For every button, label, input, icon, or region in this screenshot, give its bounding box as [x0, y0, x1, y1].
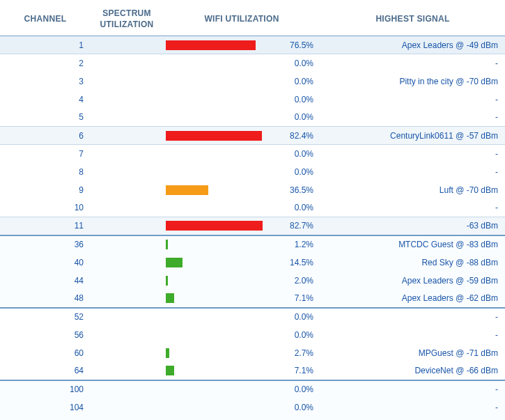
wifi-utilization-cell: 0.0% — [163, 145, 320, 163]
wifi-utilization-bar — [166, 40, 283, 50]
wifi-utilization-value: 0.0% — [295, 59, 313, 68]
table-row[interactable]: 682.4%CenturyLink0611 @ -57 dBm — [0, 127, 505, 145]
spectrum-utilization-cell — [91, 344, 163, 362]
wifi-utilization-value: 0.0% — [295, 330, 313, 340]
channel-number: 4 — [0, 91, 91, 109]
wifi-utilization-bar — [166, 258, 283, 267]
wifi-utilization-value: 0.0% — [295, 149, 313, 159]
table-row[interactable]: 1182.7%-63 dBm — [0, 217, 505, 235]
table-row[interactable]: 1040.0%- — [0, 398, 505, 417]
wifi-utilization-value: 2.7% — [295, 348, 313, 358]
header-channel[interactable]: CHANNEL — [0, 3, 91, 36]
channel-number: 104 — [0, 398, 91, 417]
channel-number: 7 — [0, 145, 91, 163]
channel-number: 60 — [0, 344, 91, 362]
spectrum-utilization-cell — [91, 72, 163, 91]
spectrum-utilization-cell — [91, 290, 163, 308]
highest-signal-value: -63 dBm — [320, 217, 505, 235]
table-row[interactable]: 30.0%Pitty in the city @ -70 dBm — [0, 72, 505, 91]
wifi-utilization-value: 82.7% — [290, 221, 313, 231]
channel-number: 11 — [0, 217, 91, 235]
channel-number: 9 — [0, 181, 91, 199]
wifi-utilization-bar — [166, 131, 283, 141]
channel-number: 8 — [0, 163, 91, 181]
spectrum-utilization-cell — [91, 145, 163, 163]
channel-number: 36 — [0, 235, 91, 254]
table-row[interactable]: 1000.0%- — [0, 380, 505, 398]
wifi-utilization-cell: 0.0% — [163, 326, 320, 344]
table-row[interactable]: 487.1%Apex Leaders @ -62 dBm — [0, 290, 505, 308]
spectrum-utilization-cell — [91, 36, 163, 54]
wifi-utilization-bar — [166, 95, 283, 104]
table-row[interactable]: 602.7%MPGuest @ -71 dBm — [0, 344, 505, 362]
wifi-utilization-cell: 0.0% — [163, 380, 320, 398]
highest-signal-value: Pitty in the city @ -70 dBm — [320, 72, 505, 91]
wifi-utilization-bar — [166, 77, 283, 86]
table-row[interactable]: 4014.5%Red Sky @ -88 dBm — [0, 254, 505, 272]
wifi-utilization-cell: 0.8% — [163, 417, 320, 420]
header-highest-signal[interactable]: HIGHEST SIGNAL — [320, 3, 505, 36]
wifi-utilization-bar — [166, 348, 283, 358]
wifi-utilization-cell: 1.2% — [163, 235, 320, 254]
header-spectrum-utilization[interactable]: SPECTRUM UTILIZATION — [91, 3, 163, 36]
channel-number: 52 — [0, 308, 91, 326]
table-row[interactable]: 936.5%Luft @ -70 dBm — [0, 181, 505, 199]
spectrum-utilization-cell — [91, 91, 163, 109]
table-row[interactable]: 20.0%- — [0, 54, 505, 72]
table-row[interactable]: 50.0%- — [0, 109, 505, 127]
wifi-utilization-cell: 0.0% — [163, 109, 320, 127]
wifi-utilization-bar — [166, 59, 283, 68]
table-row[interactable]: 1080.8%MPGuest @ -71 dBm — [0, 417, 505, 420]
wifi-utilization-value: 0.0% — [295, 95, 313, 104]
spectrum-utilization-cell — [91, 217, 163, 235]
wifi-utilization-cell: 82.7% — [163, 217, 320, 235]
wifi-utilization-value: 2.0% — [295, 276, 313, 286]
highest-signal-value: Apex Leaders @ -62 dBm — [320, 290, 505, 308]
header-wifi-utilization[interactable]: WIFI UTILIZATION — [163, 3, 320, 36]
table-row[interactable]: 70.0%- — [0, 145, 505, 163]
spectrum-utilization-cell — [91, 254, 163, 272]
table-row[interactable]: 176.5%Apex Leaders @ -49 dBm — [0, 36, 505, 54]
wifi-utilization-value: 0.0% — [295, 167, 313, 177]
highest-signal-value: Red Sky @ -88 dBm — [320, 254, 505, 272]
wifi-utilization-value: 1.2% — [295, 240, 313, 249]
wifi-utilization-bar — [166, 403, 283, 412]
spectrum-utilization-cell — [91, 54, 163, 72]
channel-number: 108 — [0, 417, 91, 420]
table-header-row: CHANNEL SPECTRUM UTILIZATION WIFI UTILIZ… — [0, 3, 505, 36]
wifi-utilization-bar — [166, 366, 283, 375]
spectrum-utilization-cell — [91, 272, 163, 290]
highest-signal-value: - — [320, 109, 505, 127]
wifi-utilization-cell: 0.0% — [163, 54, 320, 72]
spectrum-utilization-cell — [91, 417, 163, 420]
table-row[interactable]: 520.0%- — [0, 308, 505, 326]
table-row[interactable]: 647.1%DeviceNet @ -66 dBm — [0, 362, 505, 380]
table-row[interactable]: 40.0%- — [0, 91, 505, 109]
wifi-utilization-cell: 7.1% — [163, 290, 320, 308]
wifi-utilization-value: 0.0% — [295, 403, 313, 412]
wifi-utilization-value: 7.1% — [295, 366, 313, 375]
wifi-utilization-bar — [166, 221, 283, 231]
wifi-utilization-cell: 2.0% — [163, 272, 320, 290]
channel-number: 2 — [0, 54, 91, 72]
channel-number: 6 — [0, 127, 91, 145]
table-row[interactable]: 560.0%- — [0, 326, 505, 344]
spectrum-utilization-cell — [91, 398, 163, 417]
highest-signal-value: MPGuest @ -71 dBm — [320, 417, 505, 420]
wifi-utilization-cell: 82.4% — [163, 127, 320, 145]
channel-number: 3 — [0, 72, 91, 91]
wifi-utilization-cell: 0.0% — [163, 308, 320, 326]
wifi-utilization-bar — [166, 240, 283, 249]
highest-signal-value: - — [320, 380, 505, 398]
spectrum-utilization-cell — [91, 308, 163, 326]
table-row[interactable]: 442.0%Apex Leaders @ -59 dBm — [0, 272, 505, 290]
highest-signal-value: - — [320, 163, 505, 181]
table-row[interactable]: 100.0%- — [0, 199, 505, 217]
highest-signal-value: - — [320, 199, 505, 217]
spectrum-utilization-cell — [91, 199, 163, 217]
table-row[interactable]: 80.0%- — [0, 163, 505, 181]
wifi-utilization-bar — [166, 312, 283, 322]
wifi-utilization-value: 0.0% — [295, 203, 313, 212]
table-row[interactable]: 361.2%MTCDC Guest @ -83 dBm — [0, 235, 505, 254]
highest-signal-value: - — [320, 308, 505, 326]
